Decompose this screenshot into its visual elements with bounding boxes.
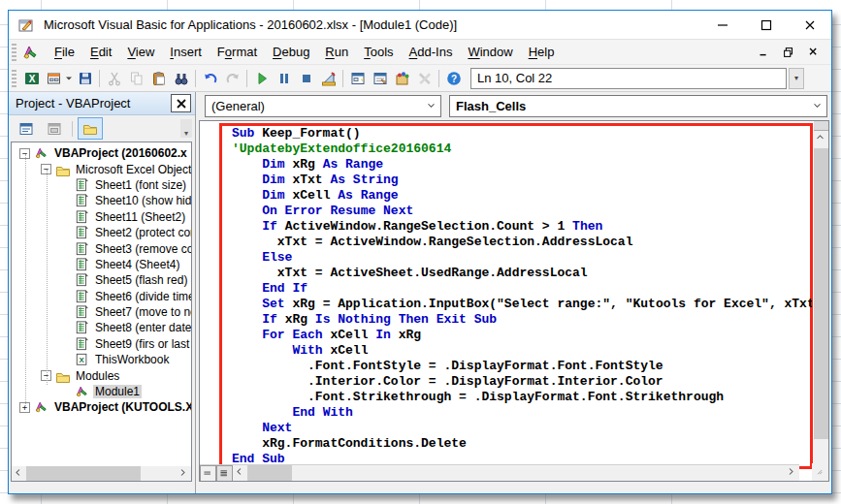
- toolbar-overflow-button[interactable]: ▾: [789, 68, 804, 89]
- menu-help[interactable]: Help: [521, 42, 563, 62]
- view-object-button[interactable]: [42, 117, 67, 140]
- procedure-dropdown[interactable]: Flash_Cells: [449, 95, 827, 117]
- tree-item-vbaproject-kutools-xl[interactable]: +VBAProject (KUTOOLS.XL: [12, 399, 191, 415]
- tree-item-sheet10-show-hidde[interactable]: Sheet10 (show hidde: [12, 193, 191, 208]
- mdi-minimize-button[interactable]: [754, 44, 773, 61]
- size-grip[interactable]: [812, 463, 828, 481]
- copy-icon[interactable]: [125, 68, 147, 89]
- svg-text:?: ?: [450, 73, 456, 83]
- userform-icon[interactable]: [43, 68, 65, 89]
- scroll-thumb[interactable]: [26, 466, 141, 481]
- proj-icon: [34, 146, 49, 160]
- code-editor-frame: Sub Keep_Format()'UpdatebyExtendoffice20…: [199, 120, 829, 482]
- menu-format[interactable]: Format: [210, 42, 265, 62]
- scroll-left-button[interactable]: [233, 465, 247, 481]
- tree-item-microsoft-excel-objects[interactable]: −Microsoft Excel Objects: [12, 161, 191, 176]
- code-line: Sub Keep_Format(): [232, 126, 812, 142]
- undo-icon[interactable]: [199, 68, 221, 89]
- find-icon[interactable]: [170, 68, 192, 89]
- brk-icon[interactable]: [273, 68, 295, 89]
- project-tree-hscrollbar[interactable]: [12, 466, 191, 481]
- code-line: Set xRg = Application.InputBox("Select r…: [232, 297, 812, 312]
- toolbox-icon[interactable]: [413, 68, 436, 89]
- scroll-track[interactable]: [292, 465, 785, 481]
- design-icon[interactable]: [317, 68, 340, 89]
- menu-window[interactable]: Window: [460, 42, 520, 62]
- tree-item-vbaproject-20160602-x[interactable]: −VBAProject (20160602.x: [12, 145, 191, 161]
- menu-edit[interactable]: Edit: [82, 42, 119, 62]
- code-text: Sub Keep_Format()'UpdatebyExtendoffice20…: [232, 126, 812, 481]
- tree-item-sheet8-enter-dates[interactable]: Sheet8 (enter dates: [12, 320, 191, 335]
- run-icon[interactable]: [250, 68, 273, 89]
- menu-run[interactable]: Run: [317, 42, 356, 62]
- redo-icon[interactable]: [221, 68, 243, 89]
- code-line: .Font.FontStyle = .DisplayFormat.Font.Fo…: [232, 359, 812, 374]
- project-toolbar-overflow[interactable]: ▾: [180, 119, 192, 138]
- tree-item-sheet5-flash-red[interactable]: Sheet5 (flash red): [12, 272, 191, 288]
- menu-insert[interactable]: Insert: [162, 42, 210, 62]
- sheet-icon: [75, 242, 89, 256]
- tree-item-sheet3-remove-cond[interactable]: Sheet3 (remove cond: [12, 240, 191, 256]
- menu-view[interactable]: View: [119, 42, 162, 62]
- object-dropdown[interactable]: (General): [205, 95, 441, 117]
- svg-text:X: X: [79, 356, 84, 364]
- maximize-button[interactable]: [744, 11, 788, 39]
- tree-item-label: ThisWorkbook: [93, 353, 171, 366]
- reset-icon[interactable]: [295, 68, 317, 89]
- toolbar-grip[interactable]: [12, 70, 16, 87]
- tree-item-sheet4-sheet4[interactable]: Sheet4 (Sheet4): [12, 257, 191, 272]
- close-button[interactable]: [788, 11, 831, 39]
- scroll-up-button[interactable]: [814, 131, 828, 145]
- scroll-track[interactable]: [141, 466, 177, 481]
- tree-item-modules[interactable]: −Modules: [12, 367, 191, 383]
- tree-item-sheet9-firs-or-last-d[interactable]: Sheet9 (firs or last d: [12, 336, 191, 352]
- chevron-down-icon[interactable]: [424, 100, 440, 112]
- sheet-icon: [75, 258, 89, 271]
- full-module-view-button[interactable]: [216, 465, 233, 481]
- tree-item-thisworkbook[interactable]: XThisWorkbook: [12, 352, 191, 367]
- view-code-button[interactable]: [14, 117, 39, 140]
- menu-file[interactable]: File: [47, 42, 82, 62]
- menu-tools[interactable]: Tools: [356, 42, 401, 62]
- code-line: If xRg Is Nothing Then Exit Sub: [232, 312, 812, 328]
- scroll-track[interactable]: [814, 145, 828, 466]
- project-panel-close-button[interactable]: [171, 94, 191, 112]
- excel-icon[interactable]: X: [20, 68, 43, 89]
- objbrowser-icon[interactable]: [391, 68, 413, 89]
- project-tree[interactable]: −VBAProject (20160602.x−Microsoft Excel …: [12, 142, 191, 466]
- toggle-folders-button[interactable]: [78, 117, 103, 140]
- title-bar[interactable]: Microsoft Visual Basic for Applications …: [9, 11, 831, 39]
- code-line: With xCell: [232, 343, 812, 359]
- code-line: .Interior.Color = .DisplayFormat.Interio…: [232, 374, 812, 390]
- scroll-right-button[interactable]: [785, 465, 799, 481]
- code-editor[interactable]: Sub Keep_Format()'UpdatebyExtendoffice20…: [200, 121, 814, 481]
- scroll-thumb[interactable]: [814, 148, 828, 439]
- mdi-restore-button[interactable]: [779, 44, 798, 61]
- tree-item-sheet6-divide-time[interactable]: Sheet6 (divide time): [12, 289, 191, 304]
- tree-item-sheet11-sheet2[interactable]: Sheet11 (Sheet2): [12, 209, 191, 225]
- mdi-close-button[interactable]: [804, 44, 824, 61]
- tree-item-sheet7-move-to-nex[interactable]: Sheet7 (move to nex: [12, 304, 191, 320]
- minimize-button[interactable]: [700, 11, 744, 39]
- cut-icon[interactable]: [103, 68, 125, 89]
- project-panel-header[interactable]: Project - VBAProject: [9, 92, 195, 115]
- menu-debug[interactable]: Debug: [265, 42, 317, 62]
- chevron-down-icon[interactable]: [810, 100, 826, 112]
- scroll-left-button[interactable]: [12, 466, 26, 481]
- tree-item-sheet2-protect-cond[interactable]: Sheet2 (protect cond: [12, 225, 191, 240]
- dropdown-caret-icon[interactable]: [65, 68, 74, 89]
- scroll-right-button[interactable]: [177, 466, 191, 481]
- split-box[interactable]: [814, 121, 828, 131]
- props-icon[interactable]: [369, 68, 391, 89]
- menubar-grip[interactable]: [12, 44, 16, 61]
- paste-icon[interactable]: [147, 68, 170, 89]
- menu-addins[interactable]: Add-Ins: [402, 42, 461, 62]
- projexp-icon[interactable]: [346, 68, 369, 89]
- tree-item-sheet1-font-size[interactable]: Sheet1 (font size): [12, 177, 191, 193]
- scroll-thumb[interactable]: [247, 465, 292, 481]
- tree-item-module1[interactable]: Module1: [12, 384, 191, 399]
- code-vscrollbar[interactable]: [814, 121, 828, 481]
- save-icon[interactable]: [74, 68, 96, 89]
- procedure-view-button[interactable]: [200, 465, 216, 481]
- help-icon[interactable]: ?: [442, 68, 465, 89]
